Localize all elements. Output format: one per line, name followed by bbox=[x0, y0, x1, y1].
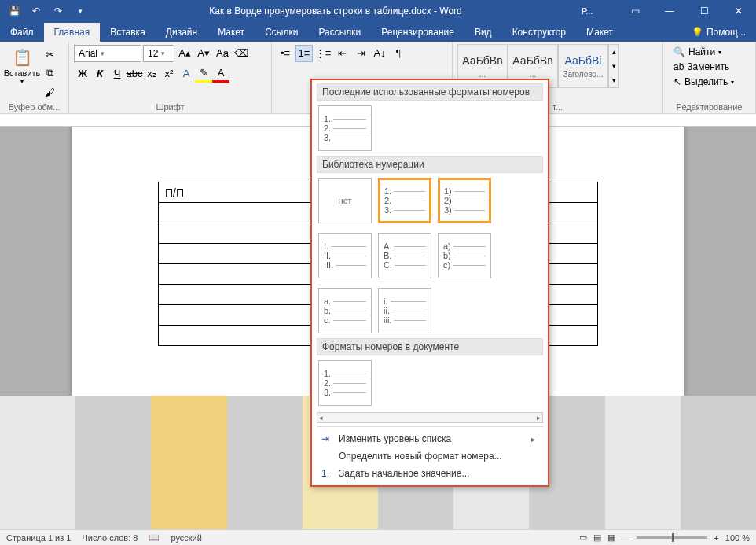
decrease-indent-icon[interactable]: ⇤ bbox=[333, 45, 350, 62]
tab-references[interactable]: Ссылки bbox=[255, 23, 308, 42]
view-web-icon[interactable]: ▦ bbox=[607, 532, 615, 543]
num-tile-roman-upper[interactable]: I. II. III. bbox=[318, 233, 372, 278]
shrink-font-icon[interactable]: A▾ bbox=[195, 45, 212, 62]
recent-formats-title: Последние использованные форматы номеров bbox=[317, 83, 543, 101]
select-button[interactable]: ↖Выделить▾ bbox=[671, 75, 747, 88]
view-read-icon[interactable]: ▭ bbox=[579, 532, 587, 543]
style-heading1[interactable]: АаБбВіЗаголово... bbox=[558, 44, 608, 88]
user-label[interactable]: Р... bbox=[582, 6, 613, 16]
num-tile-none[interactable]: нет bbox=[318, 178, 372, 223]
num-tile-alpha-upper[interactable]: A. B. C. bbox=[378, 233, 431, 278]
search-icon: 🔍 bbox=[673, 46, 685, 57]
tab-view[interactable]: Вид bbox=[464, 23, 502, 42]
group-clipboard-label: Буфер обм... bbox=[0, 102, 68, 112]
show-marks-icon[interactable]: ¶ bbox=[390, 45, 407, 62]
font-name-combo[interactable]: Arial bbox=[74, 45, 141, 62]
page-status[interactable]: Страница 1 из 1 bbox=[6, 533, 71, 543]
grow-font-icon[interactable]: A▴ bbox=[176, 45, 193, 62]
indent-icon: ⇥ bbox=[321, 433, 334, 444]
text-effects-button[interactable]: A bbox=[178, 65, 195, 83]
tell-me[interactable]: 💡Помощ... bbox=[681, 23, 756, 42]
tab-home[interactable]: Главная bbox=[44, 23, 101, 42]
zoom-out-icon[interactable]: — bbox=[622, 533, 630, 543]
tab-layout[interactable]: Макет bbox=[207, 23, 255, 42]
num-tile-decimal-dot[interactable]: 1. 2. 3. bbox=[378, 178, 431, 223]
font-color-button[interactable]: A bbox=[212, 65, 229, 83]
change-case-icon[interactable]: Aa bbox=[214, 45, 231, 62]
library-title: Библиотека нумерации bbox=[317, 156, 543, 173]
italic-button[interactable]: К bbox=[91, 65, 108, 83]
qat-more-icon[interactable]: ▾ bbox=[69, 0, 91, 22]
bold-button[interactable]: Ж bbox=[74, 65, 91, 83]
window-title: Как в Ворде пронумеровать строки в табли… bbox=[94, 6, 577, 17]
maximize-icon[interactable]: ☐ bbox=[687, 0, 721, 22]
undo-icon[interactable]: ↶ bbox=[25, 0, 47, 22]
highlight-button[interactable]: ✎ bbox=[195, 65, 212, 83]
view-print-icon[interactable]: ▤ bbox=[593, 532, 601, 543]
superscript-button[interactable]: x² bbox=[160, 65, 178, 83]
change-list-level[interactable]: ⇥Изменить уровень списка▸ bbox=[317, 430, 543, 447]
styles-more-icon[interactable]: ▴▾▾ bbox=[608, 44, 619, 88]
replace-icon: ab bbox=[673, 61, 684, 72]
cut-icon[interactable]: ✂ bbox=[41, 46, 58, 63]
spellcheck-icon[interactable]: 📖 bbox=[149, 532, 160, 543]
doc-formats-title: Форматы номеров в документе bbox=[317, 338, 543, 355]
zoom-slider[interactable] bbox=[637, 536, 707, 539]
cursor-icon: ↖ bbox=[673, 76, 681, 87]
tab-review[interactable]: Рецензирование bbox=[371, 23, 464, 42]
clipboard-icon: 📋 bbox=[11, 46, 33, 68]
font-size-combo[interactable]: 12 bbox=[143, 45, 174, 62]
sort-icon[interactable]: A↓ bbox=[371, 45, 388, 62]
copy-icon[interactable]: ⧉ bbox=[41, 64, 58, 82]
ribbon-tabs: Файл Главная Вставка Дизайн Макет Ссылки… bbox=[0, 22, 756, 42]
numbering-dropdown: Последние использованные форматы номеров… bbox=[310, 79, 549, 487]
tab-mailings[interactable]: Рассылки bbox=[308, 23, 371, 42]
save-icon[interactable]: 💾 bbox=[3, 0, 25, 22]
group-editing-label: Редактирование bbox=[663, 102, 755, 112]
find-button[interactable]: 🔍Найти▾ bbox=[671, 46, 747, 58]
tab-tabletools-layout[interactable]: Макет bbox=[576, 23, 623, 42]
num-tile-recent[interactable]: 1. 2. 3. bbox=[318, 105, 372, 151]
strike-button[interactable]: abc bbox=[126, 65, 143, 83]
tab-file[interactable]: Файл bbox=[0, 23, 44, 42]
num-tile-alpha-lower-paren[interactable]: a) b) c) bbox=[438, 233, 491, 278]
chevron-right-icon: ▸ bbox=[531, 435, 535, 444]
panel-scrollbar[interactable]: ◂▸ bbox=[317, 412, 543, 423]
tab-tabletools-design[interactable]: Конструктор bbox=[502, 23, 576, 42]
bullets-button[interactable]: •≡ bbox=[277, 45, 294, 62]
number-icon: 1. bbox=[321, 468, 334, 479]
tab-insert[interactable]: Вставка bbox=[100, 23, 156, 42]
zoom-in-icon[interactable]: + bbox=[714, 533, 718, 543]
subscript-button[interactable]: x₂ bbox=[143, 65, 160, 83]
bulb-icon: 💡 bbox=[692, 27, 703, 38]
redo-icon[interactable]: ↷ bbox=[47, 0, 69, 22]
num-tile-decimal-paren[interactable]: 1) 2) 3) bbox=[438, 178, 491, 223]
numbering-button[interactable]: 1≡ bbox=[295, 45, 313, 62]
close-icon[interactable]: ✕ bbox=[721, 0, 756, 22]
format-painter-icon[interactable]: 🖌 bbox=[41, 83, 58, 101]
num-tile-doc[interactable]: 1. 2. 3. bbox=[318, 360, 372, 406]
increase-indent-icon[interactable]: ⇥ bbox=[352, 45, 369, 62]
num-tile-alpha-lower-dot[interactable]: a. b. c. bbox=[318, 288, 372, 333]
zoom-level[interactable]: 100 % bbox=[725, 533, 750, 543]
minimize-icon[interactable]: — bbox=[652, 0, 687, 22]
ribbon-options-icon[interactable]: ▭ bbox=[618, 0, 652, 22]
num-tile-roman-lower[interactable]: i. ii. iii. bbox=[378, 288, 431, 333]
language-status[interactable]: русский bbox=[171, 533, 201, 543]
multilevel-button[interactable]: ⋮≡ bbox=[314, 45, 332, 62]
clear-format-icon[interactable]: ⌫ bbox=[233, 45, 250, 62]
underline-button[interactable]: Ч bbox=[108, 65, 126, 83]
set-numbering-value[interactable]: 1.Задать начальное значение... bbox=[317, 465, 543, 482]
tab-design[interactable]: Дизайн bbox=[156, 23, 207, 42]
word-count[interactable]: Число слов: 8 bbox=[82, 533, 138, 543]
define-new-format[interactable]: Определить новый формат номера... bbox=[317, 447, 543, 465]
replace-button[interactable]: abЗаменить bbox=[671, 61, 747, 73]
group-font-label: Шрифт bbox=[69, 102, 271, 112]
status-bar: Страница 1 из 1 Число слов: 8 📖 русский … bbox=[0, 529, 756, 545]
